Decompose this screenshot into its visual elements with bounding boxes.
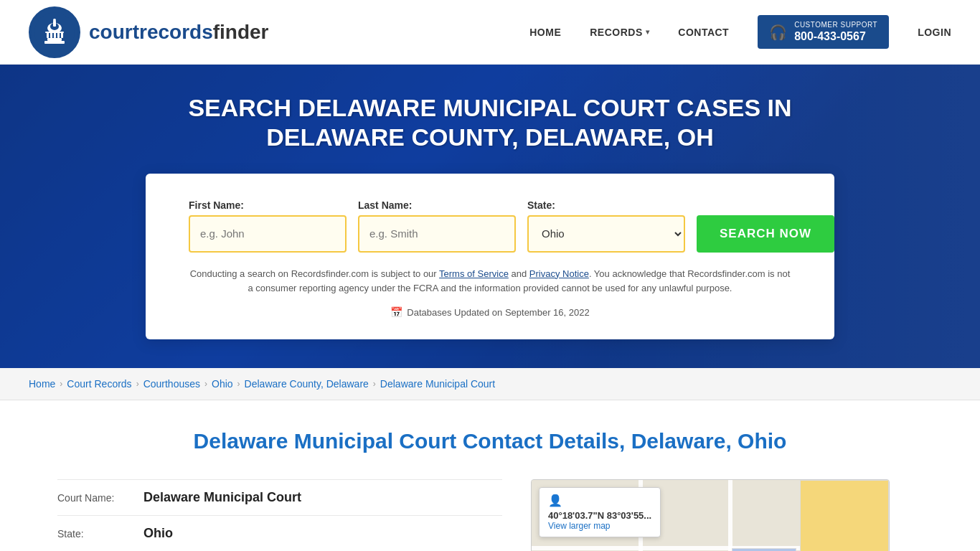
svg-rect-7 [61,32,63,38]
court-name-value: Delaware Municipal Court [143,490,301,505]
search-button[interactable]: SEARCH NOW [697,215,834,253]
search-card: First Name: Last Name: State: AlabamaAla… [146,174,834,340]
state-group: State: AlabamaAlaskaArizonaArkansasCalif… [527,199,685,253]
hero-section: SEARCH DELAWARE MUNICIPAL COURT CASES IN… [0,65,980,368]
nav-contact[interactable]: CONTACT [678,27,729,38]
state-value: Ohio [143,526,173,541]
header: courtrecordsfinder HOME RECORDS ▾ CONTAC… [0,0,980,65]
support-button[interactable]: 🎧 CUSTOMER SUPPORT 800-433-0567 [758,15,889,49]
db-updated: 📅 Databases Updated on September 16, 202… [189,306,791,318]
headset-icon: 🎧 [769,24,787,41]
first-name-input[interactable] [189,215,347,253]
breadcrumb-county[interactable]: Delaware County, Delaware [245,378,369,390]
logo-court-text: courtrecords [89,21,213,43]
state-key: State: [57,528,136,540]
support-number: 800-433-0567 [794,29,877,43]
terms-link[interactable]: Terms of Service [439,268,509,279]
state-label: State: [527,199,685,211]
breadcrumb-courthouses[interactable]: Courthouses [143,378,200,390]
svg-rect-12 [45,32,64,33]
svg-rect-4 [50,32,52,38]
section-title: Delaware Municipal Court Contact Details… [57,429,923,453]
breadcrumb-home[interactable]: Home [29,378,55,390]
svg-rect-3 [47,32,49,38]
nav-records-label: RECORDS [590,27,643,38]
search-fields: First Name: Last Name: State: AlabamaAla… [189,199,791,253]
breadcrumb-ohio[interactable]: Ohio [212,378,233,390]
breadcrumb-sep-2: › [136,379,139,389]
first-name-group: First Name: [189,199,347,253]
support-text: CUSTOMER SUPPORT 800-433-0567 [794,21,877,43]
court-name-key: Court Name: [57,492,136,504]
court-name-row: Court Name: Delaware Municipal Court [57,479,502,516]
logo-icon [29,6,80,58]
disclaimer-text: Conducting a search on Recordsfinder.com… [189,267,791,297]
last-name-group: Last Name: [358,199,516,253]
privacy-link[interactable]: Privacy Notice [529,268,589,279]
support-label: CUSTOMER SUPPORT [794,21,877,29]
hero-title: SEARCH DELAWARE MUNICIPAL COURT CASES IN… [167,93,813,152]
map-tooltip: 👤 40°18'03.7"N 83°03'55... View larger m… [539,487,661,537]
nav-records[interactable]: RECORDS ▾ [590,27,649,38]
map-person-icon: 👤 [548,494,651,507]
svg-rect-5 [54,32,56,38]
breadcrumb-current: Delaware Municipal Court [380,378,495,390]
first-name-label: First Name: [189,199,347,211]
map-container: 👤 40°18'03.7"N 83°03'55... View larger m… [531,479,890,551]
breadcrumb-sep-3: › [204,379,207,389]
details-map-row: Court Name: Delaware Municipal Court Sta… [57,479,923,551]
view-larger-map-link[interactable]: View larger map [548,521,610,531]
content-section: Delaware Municipal Court Contact Details… [0,400,980,551]
logo-finder-text: finder [213,21,269,43]
nav-login[interactable]: LOGIN [918,27,951,38]
svg-rect-6 [57,32,60,38]
logo-text: courtrecordsfinder [89,21,269,44]
details-table: Court Name: Delaware Municipal Court Sta… [57,479,502,551]
calendar-icon: 📅 [390,306,402,318]
svg-point-11 [53,19,56,22]
db-updated-text: Databases Updated on September 16, 2022 [407,307,589,318]
breadcrumb: Home › Court Records › Courthouses › Ohi… [0,368,980,400]
last-name-label: Last Name: [358,199,516,211]
state-select[interactable]: AlabamaAlaskaArizonaArkansasCaliforniaCo… [527,215,685,253]
svg-rect-2 [47,38,62,41]
logo-area: courtrecordsfinder [29,6,269,58]
state-row: State: Ohio [57,516,502,551]
svg-rect-10 [53,21,56,27]
breadcrumb-sep-4: › [237,379,240,389]
breadcrumb-sep-1: › [60,379,62,389]
chevron-down-icon: ▾ [646,28,650,36]
svg-rect-1 [44,41,65,44]
last-name-input[interactable] [358,215,516,253]
nav-home[interactable]: HOME [529,27,561,38]
breadcrumb-sep-5: › [373,379,376,389]
map-coords: 40°18'03.7"N 83°03'55... [548,510,651,521]
breadcrumb-court-records[interactable]: Court Records [67,378,131,390]
navigation: HOME RECORDS ▾ CONTACT 🎧 CUSTOMER SUPPOR… [529,15,951,49]
